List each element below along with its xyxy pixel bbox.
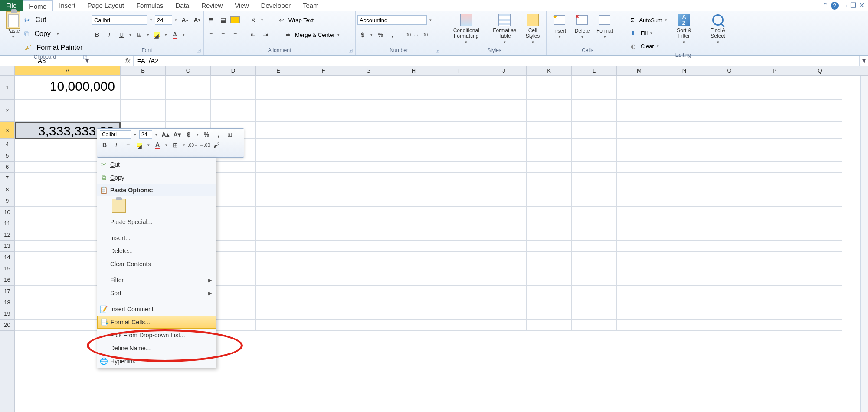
- ctx-paste-special[interactable]: Paste Special...: [97, 215, 216, 228]
- increase-indent-button[interactable]: ⇥: [260, 30, 271, 40]
- cell-D17[interactable]: [211, 286, 256, 297]
- cell-M15[interactable]: [617, 263, 662, 274]
- cell-E9[interactable]: [256, 195, 301, 207]
- ctx-pick-from-list[interactable]: Pick From Drop-down List...: [97, 329, 216, 342]
- cell-J18[interactable]: [481, 297, 527, 308]
- format-cells-button[interactable]: Format▾: [593, 12, 616, 40]
- cell-Q13[interactable]: [797, 241, 842, 252]
- cell-O19[interactable]: [707, 308, 752, 320]
- cell-D2[interactable]: [211, 100, 256, 122]
- cell-C2[interactable]: [166, 100, 211, 122]
- row-header-14[interactable]: 14: [0, 252, 14, 263]
- cell-Q16[interactable]: [797, 274, 842, 286]
- cell-J2[interactable]: [481, 100, 527, 122]
- formula-input[interactable]: [134, 56, 859, 66]
- cell-N2[interactable]: [662, 100, 707, 122]
- fill-color-button[interactable]: ◢: [152, 30, 162, 40]
- cell-E1[interactable]: [256, 76, 301, 100]
- cell-M9[interactable]: [617, 195, 662, 207]
- cell-N6[interactable]: [662, 162, 707, 173]
- cell-Q8[interactable]: [797, 184, 842, 195]
- format-painter-button[interactable]: 🖌 Format Painter: [24, 42, 82, 54]
- decrease-indent-button[interactable]: ⇤: [248, 30, 259, 40]
- cell-I17[interactable]: [436, 286, 481, 297]
- cell-L19[interactable]: [572, 308, 617, 320]
- cell-M8[interactable]: [617, 184, 662, 195]
- cell-Q18[interactable]: [797, 297, 842, 308]
- cell-K13[interactable]: [527, 241, 572, 252]
- cell-N18[interactable]: [662, 297, 707, 308]
- cell-N4[interactable]: [662, 139, 707, 150]
- cell-M2[interactable]: [617, 100, 662, 122]
- cell-E6[interactable]: [256, 162, 301, 173]
- cell-G3[interactable]: [346, 122, 391, 139]
- cell-J16[interactable]: [481, 274, 527, 286]
- cell-Q3[interactable]: [797, 122, 842, 139]
- cell-F2[interactable]: [301, 100, 346, 122]
- col-header-E[interactable]: E: [256, 66, 301, 75]
- cell-N13[interactable]: [662, 241, 707, 252]
- cell-L18[interactable]: [572, 297, 617, 308]
- cell-L20[interactable]: [572, 320, 617, 331]
- cell-G19[interactable]: [346, 308, 391, 320]
- cell-P14[interactable]: [752, 252, 797, 263]
- cell-O13[interactable]: [707, 241, 752, 252]
- cell-L5[interactable]: [572, 150, 617, 162]
- row-header-5[interactable]: 5: [0, 150, 14, 162]
- cell-H5[interactable]: [391, 150, 436, 162]
- cell-D9[interactable]: [211, 195, 256, 207]
- mini-font-color[interactable]: A: [153, 141, 162, 149]
- cell-O3[interactable]: [707, 122, 752, 139]
- mini-shrink-font[interactable]: A▾: [172, 130, 182, 139]
- cell-Q4[interactable]: [797, 139, 842, 150]
- cell-D6[interactable]: [211, 162, 256, 173]
- cell-O18[interactable]: [707, 297, 752, 308]
- cell-M19[interactable]: [617, 308, 662, 320]
- cell-H12[interactable]: [391, 229, 436, 241]
- cell-L3[interactable]: [572, 122, 617, 139]
- col-header-C[interactable]: C: [166, 66, 211, 75]
- align-center-button[interactable]: ≡: [218, 30, 228, 40]
- cell-M1[interactable]: [617, 76, 662, 100]
- cell-I14[interactable]: [436, 252, 481, 263]
- cell-N17[interactable]: [662, 286, 707, 297]
- cell-O8[interactable]: [707, 184, 752, 195]
- cell-I3[interactable]: [436, 122, 481, 139]
- cell-I8[interactable]: [436, 184, 481, 195]
- cell-J11[interactable]: [481, 218, 527, 229]
- cell-K1[interactable]: [527, 76, 572, 100]
- ctx-clear-contents[interactable]: Clear Contents: [97, 257, 216, 270]
- italic-button[interactable]: I: [104, 30, 115, 40]
- cell-E11[interactable]: [256, 218, 301, 229]
- cell-I9[interactable]: [436, 195, 481, 207]
- fill-button[interactable]: ⬇ Fill▾: [631, 27, 668, 39]
- cell-N3[interactable]: [662, 122, 707, 139]
- increase-decimal-button[interactable]: .00→: [405, 30, 415, 40]
- tab-insert[interactable]: Insert: [53, 0, 82, 11]
- cell-D7[interactable]: [211, 173, 256, 184]
- cell-F9[interactable]: [301, 195, 346, 207]
- cell-L13[interactable]: [572, 241, 617, 252]
- cell-O11[interactable]: [707, 218, 752, 229]
- cell-J14[interactable]: [481, 252, 527, 263]
- tab-formulas[interactable]: Formulas: [130, 0, 170, 11]
- cell-M6[interactable]: [617, 162, 662, 173]
- mini-percent[interactable]: %: [202, 130, 211, 139]
- cell-G2[interactable]: [346, 100, 391, 122]
- borders-button[interactable]: ⊞: [134, 30, 144, 40]
- merge-center-button[interactable]: ⬌: [283, 30, 293, 40]
- cell-N11[interactable]: [662, 218, 707, 229]
- cell-F10[interactable]: [301, 207, 346, 218]
- cell-E12[interactable]: [256, 229, 301, 241]
- col-header-N[interactable]: N: [662, 66, 707, 75]
- find-select-button[interactable]: Find & Select▾: [700, 12, 736, 45]
- cell-M18[interactable]: [617, 297, 662, 308]
- cell-P13[interactable]: [752, 241, 797, 252]
- cell-Q2[interactable]: [797, 100, 842, 122]
- cell-M14[interactable]: [617, 252, 662, 263]
- col-header-B[interactable]: B: [121, 66, 166, 75]
- cell-G7[interactable]: [346, 173, 391, 184]
- cell-L2[interactable]: [572, 100, 617, 122]
- cell-K4[interactable]: [527, 139, 572, 150]
- cell-P17[interactable]: [752, 286, 797, 297]
